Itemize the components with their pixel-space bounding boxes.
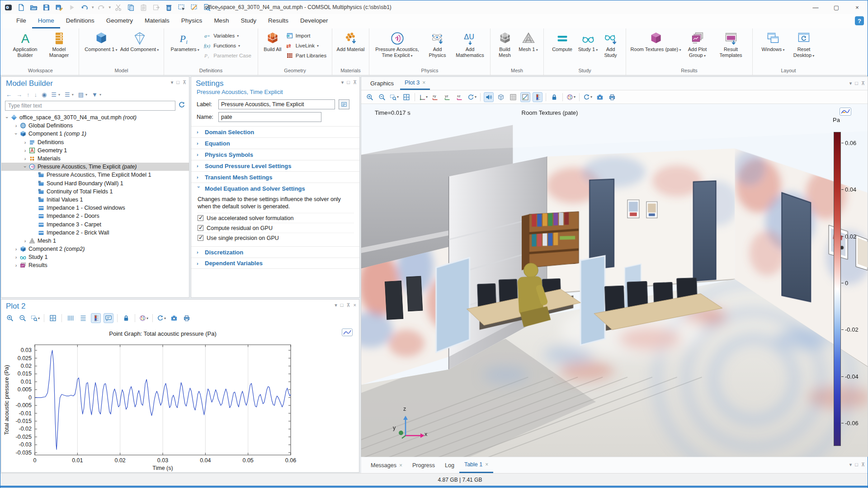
close-icon[interactable]: ×	[399, 462, 402, 469]
tree-expander-icon[interactable]: ›	[13, 254, 19, 260]
back-arrow-icon[interactable]: ←	[6, 91, 12, 98]
menu-item-definitions[interactable]: Definitions	[60, 14, 100, 28]
save-as-button[interactable]	[55, 3, 63, 12]
run-button[interactable]	[67, 3, 76, 12]
tree-item[interactable]: ›Results	[1, 261, 189, 269]
zoom-out-icon[interactable]	[377, 92, 387, 102]
menu-item-geometry[interactable]: Geometry	[100, 14, 139, 28]
add-component-button[interactable]: Add Component	[120, 29, 160, 53]
show-icon[interactable]: ◉	[42, 91, 47, 98]
windows-button[interactable]: Windows	[758, 29, 788, 53]
zoom-box-icon[interactable]: ▾	[30, 313, 40, 323]
redo-button[interactable]	[97, 3, 106, 12]
tree-expander-icon[interactable]: ›	[22, 238, 28, 244]
menu-item-materials[interactable]: Materials	[139, 14, 175, 28]
room-textures-button[interactable]: Room Textures (pate)	[631, 29, 681, 53]
lock-view-icon[interactable]	[549, 92, 559, 102]
redo-dropdown-icon[interactable]: ▾	[109, 5, 111, 9]
section-model-equation[interactable]: ›Model Equation and Solver Settings	[191, 183, 359, 194]
checkbox-row[interactable]: Use single precision on GPU	[198, 233, 354, 243]
tree-item[interactable]: ›Global Definitions	[1, 122, 189, 130]
tree-expander-icon[interactable]: ›	[22, 140, 28, 145]
tree-expander-icon[interactable]: ›	[23, 164, 28, 170]
new-file-button[interactable]	[17, 3, 25, 12]
default-view-icon[interactable]: ▾	[418, 92, 428, 102]
tree-item[interactable]: ›Study 1	[1, 253, 189, 261]
undo-dropdown-icon[interactable]: ▾	[92, 5, 94, 9]
panel-pin-icon[interactable]: ⊼	[861, 462, 865, 468]
panel-menu-icon[interactable]: ▾	[335, 302, 337, 308]
name-field-input[interactable]	[218, 112, 321, 122]
tree-item[interactable]: ›Component 2 (comp2)	[1, 245, 189, 253]
copy-button[interactable]	[127, 3, 135, 12]
tree-expander-icon[interactable]: ›	[13, 246, 19, 252]
tab-log[interactable]: Log	[440, 457, 459, 473]
tab-progress[interactable]: Progress	[407, 457, 440, 473]
panel-float-icon[interactable]: □	[855, 80, 858, 86]
color-palette-icon[interactable]: ▾	[566, 92, 576, 102]
select-box-button[interactable]	[177, 3, 186, 12]
save-button[interactable]	[42, 3, 51, 12]
help-button[interactable]: ?	[855, 16, 864, 25]
panel-pin-icon[interactable]: ⊼	[347, 302, 350, 308]
undo-button[interactable]	[80, 3, 89, 12]
minimize-button[interactable]: —	[805, 0, 826, 14]
checkbox-row[interactable]: Use accelerated solver formulation	[198, 213, 354, 223]
scene-light-icon[interactable]	[496, 92, 506, 102]
panel-float-icon[interactable]: □	[340, 302, 344, 308]
tree-item[interactable]: Impedance 1 - Closed windows	[1, 204, 189, 212]
expand-dropdown-icon[interactable]: ▾	[58, 93, 60, 97]
pressure-acoustics-button[interactable]: Pressure Acoustics, Time Explicit	[371, 29, 424, 59]
color-legend-toggle-icon[interactable]	[533, 92, 542, 102]
add-physics-button[interactable]: Add Physics	[425, 29, 450, 58]
paste-button[interactable]	[139, 3, 148, 12]
build-all-button[interactable]: Build All	[262, 29, 283, 52]
tab-table-1[interactable]: Table 1×	[459, 457, 493, 473]
tree-expander-icon[interactable]: ›	[5, 115, 10, 121]
view-xz-icon[interactable]	[455, 92, 465, 102]
plot-refresh-icon[interactable]: ▾	[583, 92, 593, 102]
variables-button[interactable]: a=Variables	[202, 32, 253, 40]
tree-item[interactable]: Pressure Acoustics, Time Explicit Model …	[1, 171, 189, 179]
tree-item[interactable]: ›Definitions	[1, 138, 189, 146]
collapse-dropdown-icon[interactable]: ▾	[72, 93, 74, 97]
tree-item[interactable]: Impedance 3 - Carpet	[1, 220, 189, 228]
close-icon[interactable]: ×	[485, 461, 488, 468]
zoom-extents-icon[interactable]	[48, 313, 58, 323]
snapshot-camera-icon[interactable]	[169, 313, 179, 323]
add-study-button[interactable]: Add Study	[600, 29, 622, 58]
panel-float-icon[interactable]: □	[855, 462, 858, 468]
mesh-1-button[interactable]: Mesh 1	[517, 29, 540, 53]
graphics-canvas[interactable]: Time=0.017 s Room Textures (pate) Pa 0.0…	[361, 104, 868, 457]
menu-item-home[interactable]: Home	[32, 14, 60, 28]
menu-item-study[interactable]: Study	[235, 14, 262, 28]
study-1-button[interactable]: Study 1	[577, 29, 599, 53]
filter-funnel-icon[interactable]: ▼	[92, 91, 98, 98]
move-up-icon[interactable]: ↑	[27, 91, 30, 98]
panel-float-icon[interactable]: □	[176, 80, 179, 85]
cut-button[interactable]	[114, 3, 123, 12]
expand-tree-icon[interactable]: ☰	[51, 91, 57, 98]
result-templates-button[interactable]: Result Templates	[714, 29, 748, 58]
tree-item[interactable]: ›office_space_63_30T0_N4_ma_out.mph (roo…	[1, 113, 189, 122]
add-material-button[interactable]: Add Material	[336, 29, 365, 52]
maximize-button[interactable]: ▢	[826, 0, 847, 14]
build-mesh-button[interactable]: Build Mesh	[494, 29, 516, 58]
tree-item[interactable]: ›Pressure Acoustics, Time Explicit (pate…	[1, 163, 189, 171]
section-transient-mesh[interactable]: ›Transient Mesh Settings	[191, 171, 359, 183]
rotate-view-icon[interactable]: ▾	[467, 92, 477, 102]
panel-float-icon[interactable]: □	[347, 80, 350, 85]
section-spl-settings[interactable]: ›Sound Pressure Level Settings	[191, 160, 359, 171]
model-manager-button[interactable]: Model Manager	[44, 29, 74, 58]
tree-item[interactable]: ›Materials	[1, 155, 189, 163]
color-palette-icon[interactable]: ▾	[139, 313, 149, 323]
tab-graphics[interactable]: Graphics	[366, 76, 398, 90]
panel-menu-icon[interactable]: ▾	[341, 80, 344, 85]
tree-item[interactable]: ›Mesh 1	[1, 237, 189, 245]
print-icon[interactable]	[182, 313, 192, 323]
menu-item-physics[interactable]: Physics	[175, 14, 208, 28]
application-builder-button[interactable]: A Application Builder	[7, 29, 43, 58]
plot-refresh-icon[interactable]: ▾	[156, 313, 166, 323]
panel-menu-icon[interactable]: ▾	[171, 80, 174, 85]
close-icon[interactable]: ×	[422, 80, 425, 86]
